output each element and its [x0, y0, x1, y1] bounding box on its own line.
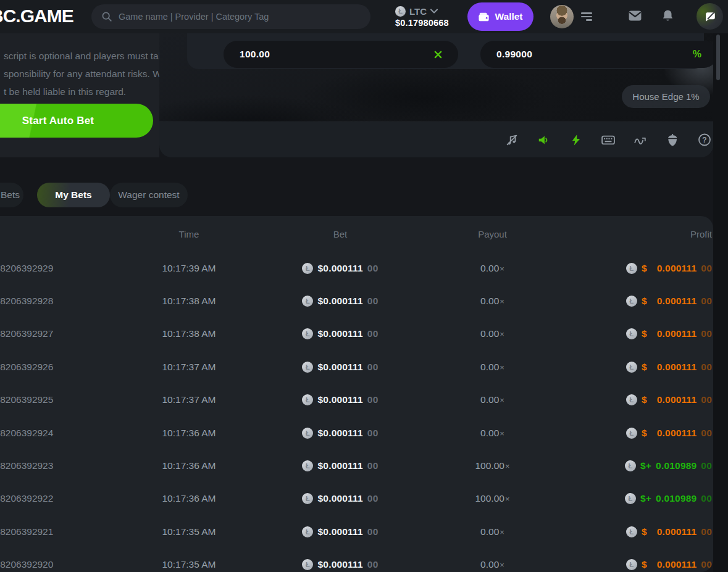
payout-input[interactable]: [496, 49, 693, 60]
bet-profit: Ł$0.00011100: [574, 394, 713, 405]
table-row[interactable]: -8206392920 10:17:35 AM Ł$0.00011100 0.0…: [0, 549, 713, 572]
bet-id: -8206392927: [0, 328, 108, 339]
seed-icon[interactable]: [666, 133, 679, 147]
payout-field[interactable]: %: [480, 41, 713, 68]
my-bets-table: Time Bet Payout Profit -8206392929 10:17…: [0, 216, 713, 572]
start-auto-bet-button[interactable]: Start Auto Bet: [0, 104, 153, 138]
bet-profit: Ł$0.00011100: [574, 328, 713, 339]
tab-all-bets[interactable]: Bets: [0, 183, 23, 207]
page-gutter: [713, 33, 728, 572]
bet-amount: Ł$0.00011100: [270, 263, 411, 274]
table-row[interactable]: -8206392926 10:17:37 AM Ł$0.00011100 0.0…: [0, 350, 713, 383]
table-row[interactable]: -8206392927 10:17:38 AM Ł$0.00011100 0.0…: [0, 318, 713, 350]
bet-id: -8206392921: [0, 526, 108, 537]
tab-wager-contest[interactable]: Wager contest: [110, 183, 188, 207]
ltc-coin-icon: Ł: [302, 559, 313, 570]
bet-payout: 0.00×: [411, 559, 574, 570]
ltc-coin-icon: Ł: [302, 362, 313, 373]
chat-icon[interactable]: [697, 3, 723, 30]
ltc-coin-icon: Ł: [626, 428, 637, 439]
table-row[interactable]: -8206392922 10:17:36 AM Ł$0.00011100 100…: [0, 483, 713, 515]
bet-profit: Ł$0.00011100: [574, 362, 713, 373]
mail-icon[interactable]: [629, 10, 642, 21]
bet-amount-input[interactable]: [240, 49, 434, 60]
scrollbar-thumb[interactable]: [716, 35, 720, 80]
ltc-coin-icon: Ł: [302, 493, 313, 504]
ltc-coin-icon: Ł: [626, 263, 637, 274]
house-edge-badge: House Edge 1%: [622, 85, 710, 108]
bet-amount: Ł$0.00011100: [270, 394, 411, 405]
start-auto-bet-label: Start Auto Bet: [22, 115, 94, 127]
bet-profit: Ł$0.00011100: [574, 526, 713, 537]
bet-profit: Ł$0.00011100: [574, 263, 713, 274]
search-icon: [101, 11, 112, 22]
header-profit: Profit: [574, 229, 713, 239]
ltc-coin-icon: Ł: [626, 328, 637, 339]
ltc-coin-icon: Ł: [302, 328, 313, 339]
table-row[interactable]: -8206392929 10:17:39 AM Ł$0.00011100 0.0…: [0, 252, 713, 284]
percent-icon[interactable]: %: [693, 49, 701, 60]
bell-icon[interactable]: [662, 9, 674, 22]
keyboard-icon[interactable]: [601, 133, 615, 147]
bet-id: -8206392922: [0, 493, 108, 504]
multiplier-icon[interactable]: [434, 51, 442, 59]
bet-amount-field[interactable]: [224, 41, 458, 68]
bet-profit: Ł$0.00011100: [574, 428, 713, 439]
bet-id: -8206392929: [0, 263, 108, 274]
table-row[interactable]: -8206392921 10:17:35 AM Ł$0.00011100 0.0…: [0, 515, 713, 548]
table-row[interactable]: -8206392925 10:17:37 AM Ł$0.00011100 0.0…: [0, 384, 713, 417]
bet-time: 10:17:39 AM: [108, 263, 270, 274]
ltc-coin-icon: Ł: [625, 493, 636, 504]
wallet-button[interactable]: Wallet: [467, 2, 533, 31]
search-input[interactable]: [119, 12, 353, 22]
music-off-icon[interactable]: [505, 133, 519, 147]
bet-time: 10:17:35 AM: [108, 526, 270, 537]
bet-payout: 0.00×: [411, 328, 574, 339]
bet-payout: 0.00×: [411, 296, 574, 307]
bet-id: -8206392928: [0, 296, 108, 307]
autobet-disclaimer: script is optional and players must take…: [4, 47, 159, 101]
bet-amount: Ł$0.00011100: [270, 559, 411, 570]
trends-icon[interactable]: [634, 133, 647, 147]
bet-payout: 0.00×: [411, 263, 574, 274]
table-row[interactable]: -8206392923 10:17:36 AM Ł$0.00011100 100…: [0, 449, 713, 482]
avatar[interactable]: [550, 5, 574, 28]
help-icon[interactable]: ?: [698, 133, 711, 147]
bet-id: -8206392924: [0, 428, 108, 439]
menu-icon[interactable]: [581, 12, 592, 21]
ltc-coin-icon: Ł: [302, 526, 313, 537]
table-row[interactable]: -8206392924 10:17:36 AM Ł$0.00011100 0.0…: [0, 417, 713, 449]
wallet-icon: [478, 12, 490, 22]
bet-profit: Ł$+0.01098900: [574, 460, 713, 471]
currency-selector[interactable]: Ł LTC $0.17980668: [388, 2, 463, 31]
ltc-coin-icon: Ł: [395, 6, 406, 17]
bet-amount: Ł$0.00011100: [270, 460, 411, 471]
bet-controls-panel: %: [187, 33, 704, 69]
bet-payout: 0.00×: [411, 362, 574, 373]
bet-amount: Ł$0.00011100: [270, 428, 411, 439]
ltc-coin-icon: Ł: [302, 460, 313, 471]
sound-icon[interactable]: [537, 133, 551, 147]
ltc-coin-icon: Ł: [302, 394, 313, 405]
bet-amount: Ł$0.00011100: [270, 526, 411, 537]
header-time: Time: [108, 229, 270, 239]
search-bar[interactable]: [91, 4, 370, 29]
game-toolbar: ?: [159, 122, 713, 157]
chevron-down-icon: [430, 9, 438, 14]
bet-payout: 0.00×: [411, 428, 574, 439]
table-row[interactable]: -8206392928 10:17:38 AM Ł$0.00011100 0.0…: [0, 284, 713, 317]
bet-amount: Ł$0.00011100: [270, 296, 411, 307]
bet-payout: 100.00×: [411, 460, 574, 471]
bet-time: 10:17:36 AM: [108, 460, 270, 471]
site-logo[interactable]: BC.GAME: [0, 6, 73, 27]
bet-amount: Ł$0.00011100: [270, 493, 411, 504]
turbo-bolt-icon[interactable]: [569, 133, 583, 147]
tab-my-bets[interactable]: My Bets: [37, 183, 110, 207]
bet-time: 10:17:36 AM: [108, 493, 270, 504]
svg-text:?: ?: [702, 136, 706, 144]
bet-time: 10:17:35 AM: [108, 559, 270, 570]
bet-profit: Ł$0.00011100: [574, 296, 713, 307]
bet-time: 10:17:38 AM: [108, 296, 270, 307]
ltc-coin-icon: Ł: [302, 263, 313, 274]
ltc-coin-icon: Ł: [626, 362, 637, 373]
